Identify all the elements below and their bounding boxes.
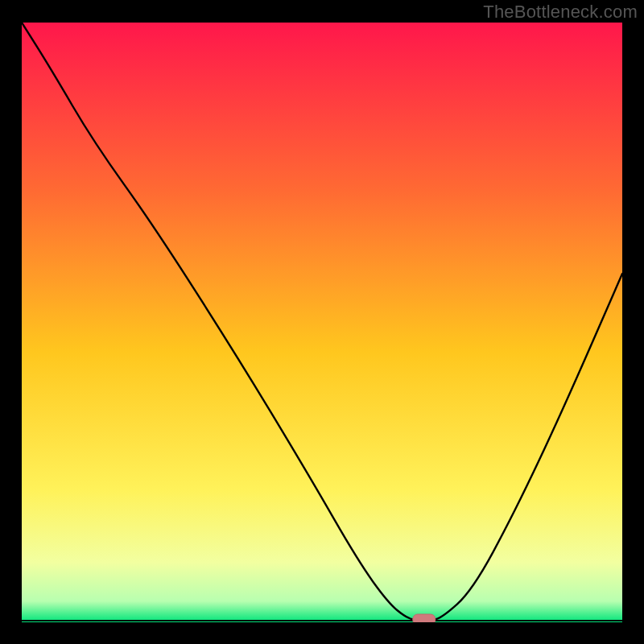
- watermark-label: TheBottleneck.com: [483, 2, 638, 23]
- plot-area: [22, 23, 622, 622]
- chart-frame: TheBottleneck.com: [0, 0, 644, 644]
- gradient-background: [22, 23, 622, 622]
- optimal-marker: [413, 614, 436, 622]
- chart-svg: [22, 23, 622, 622]
